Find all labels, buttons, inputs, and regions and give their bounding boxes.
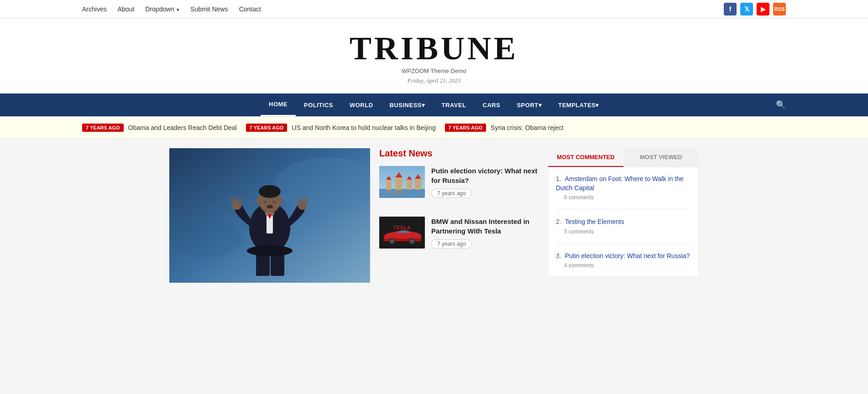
svg-point-7 bbox=[278, 197, 283, 204]
sidebar-item-meta-1: 6 comments bbox=[564, 194, 691, 201]
ticker-badge-1: 7 YEARS AGO bbox=[82, 124, 124, 132]
sidebar-item-num-2: 2. bbox=[556, 218, 561, 225]
top-nav-links: Archives About Dropdown ▾ Submit News Co… bbox=[82, 5, 261, 13]
latest-news-column: Latest News bbox=[379, 148, 539, 283]
ticker-text-3: Syria crisis: Obama reject bbox=[491, 124, 563, 131]
main-nav-links: HOME POLITICS WORLD BUSINESS ▾ TRAVEL CA… bbox=[261, 93, 607, 116]
news-title-1: Putin election victory: What next for Ru… bbox=[431, 166, 539, 185]
nav-dropdown[interactable]: Dropdown ▾ bbox=[145, 5, 179, 13]
nav-contact[interactable]: Contact bbox=[239, 5, 261, 13]
sidebar-item-3: 3. Putin election victory: What next for… bbox=[556, 252, 691, 269]
svg-point-8 bbox=[259, 185, 281, 198]
dropdown-arrow-icon: ▾ bbox=[175, 7, 179, 12]
nav-cars[interactable]: CARS bbox=[475, 93, 509, 116]
ticker-item-3: 7 YEARS AGO Syria crisis: Obama reject bbox=[445, 124, 564, 132]
ticker-badge-2: 7 YEARS AGO bbox=[246, 124, 288, 132]
svg-point-45 bbox=[410, 239, 414, 243]
tab-most-commented[interactable]: MOST COMMENTED bbox=[548, 148, 623, 167]
featured-image bbox=[169, 148, 370, 283]
nav-home[interactable]: HOME bbox=[261, 93, 296, 116]
sidebar-item-link-1[interactable]: Amsterdam on Foot: Where to Walk in the … bbox=[556, 175, 684, 192]
news-link-1[interactable]: Putin election victory: What next for Ru… bbox=[431, 167, 538, 184]
sidebar-item-1: 1. Amsterdam on Foot: Where to Walk in t… bbox=[556, 175, 691, 209]
nav-travel[interactable]: TRAVEL bbox=[434, 93, 475, 116]
ticker-item-1: 7 YEARS AGO Obama and Leaders Reach Debt… bbox=[82, 124, 237, 132]
sidebar-item-num-1: 1. bbox=[556, 175, 561, 182]
content-wrapper: Latest News bbox=[160, 148, 708, 283]
sidebar-tabs: MOST COMMENTED MOST VIEWED bbox=[548, 148, 699, 167]
nav-business[interactable]: BUSINESS ▾ bbox=[382, 93, 434, 116]
ticker-item-2: 7 YEARS AGO US and North Korea to hold n… bbox=[246, 124, 436, 132]
svg-rect-29 bbox=[386, 180, 392, 190]
featured-image-column bbox=[169, 148, 370, 283]
svg-point-43 bbox=[390, 239, 394, 243]
ticker-text-2: US and North Korea to hold nuclear talks… bbox=[292, 124, 435, 131]
nav-politics[interactable]: POLITICS bbox=[296, 93, 341, 116]
main-navigation: HOME POLITICS WORLD BUSINESS ▾ TRAVEL CA… bbox=[0, 93, 868, 116]
site-title: TRIBUNE bbox=[0, 32, 868, 65]
rss-icon[interactable]: RSS bbox=[773, 3, 786, 16]
site-subtitle: WPZOOM Theme Demo bbox=[0, 67, 868, 74]
svg-rect-37 bbox=[386, 190, 392, 193]
news-thumb-2: TESLA bbox=[379, 217, 425, 249]
sidebar-column: MOST COMMENTED MOST VIEWED 1. Amsterdam … bbox=[548, 148, 699, 283]
svg-rect-35 bbox=[415, 179, 421, 190]
business-dropdown-icon: ▾ bbox=[422, 102, 425, 109]
site-date: Friday, April 21, 2023 bbox=[0, 77, 868, 84]
nav-about[interactable]: About bbox=[118, 5, 135, 13]
sidebar-item-link-3[interactable]: Putin election victory: What next for Ru… bbox=[565, 252, 690, 259]
nav-templates[interactable]: TEMPLATES ▾ bbox=[550, 93, 607, 116]
svg-point-9 bbox=[263, 201, 267, 203]
ticker-badge-3: 7 YEARS AGO bbox=[445, 124, 486, 132]
svg-line-18 bbox=[240, 199, 241, 203]
nav-world[interactable]: WORLD bbox=[341, 93, 382, 116]
youtube-icon[interactable]: ▶ bbox=[757, 3, 769, 16]
nav-sport[interactable]: SPORT ▾ bbox=[508, 93, 550, 116]
svg-point-11 bbox=[267, 205, 273, 208]
svg-point-10 bbox=[272, 201, 276, 203]
sidebar-item-num-3: 3. bbox=[556, 252, 561, 259]
social-icons: f 𝕏 ▶ RSS bbox=[724, 3, 786, 16]
nav-archives[interactable]: Archives bbox=[82, 5, 107, 13]
ticker-text-1: Obama and Leaders Reach Debt Deal bbox=[128, 124, 237, 131]
svg-rect-38 bbox=[395, 190, 403, 194]
svg-point-2 bbox=[169, 221, 242, 258]
news-item-1: Putin election victory: What next for Ru… bbox=[379, 166, 539, 207]
svg-point-26 bbox=[247, 245, 293, 256]
svg-rect-33 bbox=[407, 180, 412, 190]
masthead: TRIBUNE WPZOOM Theme Demo Friday, April … bbox=[0, 18, 868, 93]
svg-rect-31 bbox=[395, 177, 403, 190]
tesla-thumbnail: TESLA bbox=[379, 217, 425, 249]
news-info-2: BMW and Nissan Interested in Partnering … bbox=[431, 217, 539, 249]
sidebar-item-meta-2: 5 comments bbox=[564, 228, 691, 235]
kremlin-thumbnail bbox=[379, 166, 425, 198]
nav-submit-news[interactable]: Submit News bbox=[190, 5, 228, 13]
twitter-icon[interactable]: 𝕏 bbox=[740, 3, 753, 16]
news-link-2[interactable]: BMW and Nissan Interested in Partnering … bbox=[431, 218, 529, 235]
news-title-2: BMW and Nissan Interested in Partnering … bbox=[431, 217, 539, 236]
svg-text:TESLA: TESLA bbox=[393, 225, 411, 230]
sidebar-item-link-2[interactable]: Testing the Elements bbox=[565, 218, 624, 225]
templates-dropdown-icon: ▾ bbox=[596, 102, 599, 109]
news-meta-2: 7 years ago bbox=[431, 239, 472, 249]
sidebar-content: 1. Amsterdam on Foot: Where to Walk in t… bbox=[548, 167, 699, 276]
svg-point-6 bbox=[256, 197, 261, 204]
news-info-1: Putin election victory: What next for Ru… bbox=[431, 166, 539, 198]
sidebar-item-meta-3: 4 comments bbox=[564, 262, 691, 269]
news-meta-1: 7 years ago bbox=[431, 189, 472, 198]
news-thumb-1 bbox=[379, 166, 425, 198]
top-navigation: Archives About Dropdown ▾ Submit News Co… bbox=[0, 0, 868, 18]
news-item-2: TESLA BMW and Nis bbox=[379, 217, 539, 258]
tab-most-viewed[interactable]: MOST VIEWED bbox=[623, 148, 699, 167]
news-ticker: 7 YEARS AGO Obama and Leaders Reach Debt… bbox=[0, 116, 868, 139]
facebook-icon[interactable]: f bbox=[724, 3, 737, 16]
latest-news-heading: Latest News bbox=[379, 148, 539, 159]
sport-dropdown-icon: ▾ bbox=[539, 102, 542, 109]
search-icon[interactable]: 🔍 bbox=[776, 100, 786, 110]
svg-line-23 bbox=[298, 199, 299, 203]
sidebar-item-2: 2. Testing the Elements 5 comments bbox=[556, 218, 691, 244]
